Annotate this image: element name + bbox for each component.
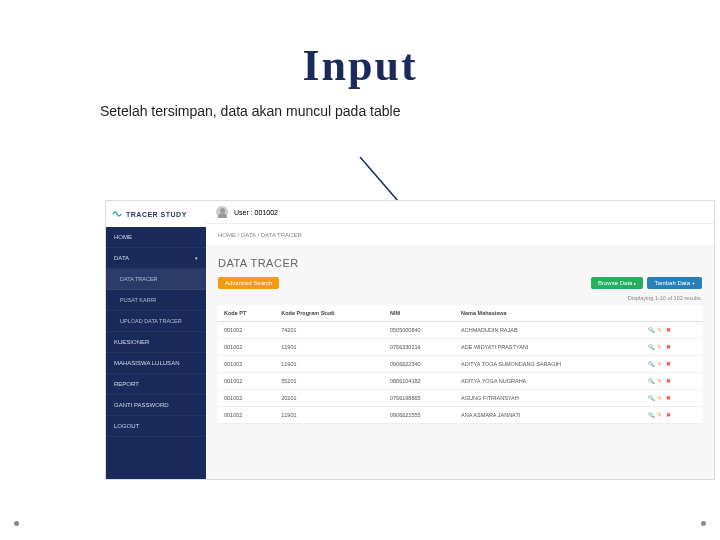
table-header: NIM [384, 305, 455, 322]
view-icon[interactable]: 🔍 [648, 412, 654, 418]
sidebar-item-home[interactable]: HOME [106, 227, 206, 248]
table-header: Kode PT [218, 305, 275, 322]
logo-icon [112, 209, 122, 219]
sidebar: TRACER STUDY HOMEDATA▾DATA TRACERPUSAT K… [106, 201, 206, 479]
slide-dot-icon [701, 521, 706, 526]
slide-dot-icon [14, 521, 19, 526]
table-cell: 0706198865 [384, 390, 455, 407]
sidebar-logo: TRACER STUDY [106, 201, 206, 227]
app-screenshot: TRACER STUDY HOMEDATA▾DATA TRACERPUSAT K… [105, 200, 715, 480]
table-cell: 55201 [275, 373, 384, 390]
sidebar-item-ganti-password[interactable]: GANTI PASSWORD [106, 395, 206, 416]
delete-icon[interactable]: ✖ [666, 344, 672, 350]
content-panel: DATA TRACER Advanced Search Browse Data … [206, 247, 714, 479]
view-icon[interactable]: 🔍 [648, 395, 654, 401]
sidebar-item-logout[interactable]: LOGOUT [106, 416, 206, 437]
table-row: 001002119010706330216ADE WIDYATI PRASTYA… [218, 339, 702, 356]
table-cell: 0505000840 [384, 322, 455, 339]
slide-subtitle: Setelah tersimpan, data akan muncul pada… [100, 103, 720, 119]
table-cell: 001002 [218, 339, 275, 356]
edit-icon[interactable]: ✎ [657, 344, 663, 350]
sidebar-item-data[interactable]: DATA▾ [106, 248, 206, 269]
slide-title: Input [0, 40, 720, 91]
edit-icon[interactable]: ✎ [657, 412, 663, 418]
sidebar-item-report[interactable]: REPORT [106, 374, 206, 395]
breadcrumb: HOME / DATA / DATA TRACER [206, 224, 714, 247]
edit-icon[interactable]: ✎ [657, 395, 663, 401]
table-cell: AGUNG FITRIANSYAH [455, 390, 642, 407]
table-cell: 001002 [218, 373, 275, 390]
view-icon[interactable]: 🔍 [648, 327, 654, 333]
page-heading: DATA TRACER [218, 257, 702, 269]
sidebar-item-data-tracer[interactable]: DATA TRACER [106, 269, 206, 290]
table-cell: ADE WIDYATI PRASTYANI [455, 339, 642, 356]
table-cell: ADITYA TOGA SUMONDANG SARAGIH [455, 356, 642, 373]
table-cell: ACHMADUDIN RAJAB [455, 322, 642, 339]
row-actions: 🔍✎✖ [642, 373, 702, 390]
row-actions: 🔍✎✖ [642, 390, 702, 407]
edit-icon[interactable]: ✎ [657, 361, 663, 367]
topbar: User : 001002 [206, 201, 714, 224]
table-cell: ADITYA YOGA NUGRAHA [455, 373, 642, 390]
table-cell: 001002 [218, 407, 275, 424]
edit-icon[interactable]: ✎ [657, 378, 663, 384]
user-avatar-icon [216, 206, 228, 218]
table-row: 001002552010806104182ADITYA YOGA NUGRAHA… [218, 373, 702, 390]
delete-icon[interactable]: ✖ [666, 378, 672, 384]
sidebar-item-kuesioner[interactable]: KUESIONER [106, 332, 206, 353]
browse-data-button[interactable]: Browse Data [591, 277, 643, 289]
view-icon[interactable]: 🔍 [648, 378, 654, 384]
caret-icon [634, 280, 636, 286]
main-area: User : 001002 HOME / DATA / DATA TRACER … [206, 201, 714, 479]
result-count: Displaying 1-10 of 102 results. [218, 295, 702, 301]
chevron-down-icon: ▾ [195, 255, 198, 261]
view-icon[interactable]: 🔍 [648, 361, 654, 367]
table-cell: 0806104182 [384, 373, 455, 390]
table-cell: 11901 [275, 407, 384, 424]
delete-icon[interactable]: ✖ [666, 327, 672, 333]
table-cell: 001002 [218, 356, 275, 373]
edit-icon[interactable]: ✎ [657, 327, 663, 333]
sidebar-item-mahasiswa-lulusan[interactable]: MAHASISWA LULUSAN [106, 353, 206, 374]
table-cell: 11901 [275, 356, 384, 373]
table-row: 001002119010906622555ANA ASMARA JANNATI🔍… [218, 407, 702, 424]
delete-icon[interactable]: ✖ [666, 395, 672, 401]
row-actions: 🔍✎✖ [642, 322, 702, 339]
delete-icon[interactable]: ✖ [666, 361, 672, 367]
table-cell: ANA ASMARA JANNATI [455, 407, 642, 424]
logo-text: TRACER STUDY [126, 211, 187, 218]
delete-icon[interactable]: ✖ [666, 412, 672, 418]
view-icon[interactable]: 🔍 [648, 344, 654, 350]
row-actions: 🔍✎✖ [642, 339, 702, 356]
tambah-data-button[interactable]: Tambah Data [647, 277, 702, 289]
row-actions: 🔍✎✖ [642, 407, 702, 424]
table-header [642, 305, 702, 322]
table-cell: 0906622555 [384, 407, 455, 424]
table-cell: 0706330216 [384, 339, 455, 356]
sidebar-item-upload-data-tracer[interactable]: UPLOAD DATA TRACER [106, 311, 206, 332]
table-cell: 74201 [275, 322, 384, 339]
table-cell: 11901 [275, 339, 384, 356]
table-row: 001002119010906622340ADITYA TOGA SUMONDA… [218, 356, 702, 373]
table-cell: 001002 [218, 322, 275, 339]
table-cell: 20201 [275, 390, 384, 407]
sidebar-item-pusat-karir[interactable]: PUSAT KARIR [106, 290, 206, 311]
table-row: 001002202010706198865AGUNG FITRIANSYAH🔍✎… [218, 390, 702, 407]
table-header: Kode Program Studi [275, 305, 384, 322]
table-row: 001002742010505000840ACHMADUDIN RAJAB🔍✎✖ [218, 322, 702, 339]
table-header: Nama Mahasiswa [455, 305, 642, 322]
table-cell: 001002 [218, 390, 275, 407]
plus-icon [692, 280, 695, 286]
row-actions: 🔍✎✖ [642, 356, 702, 373]
user-label: User : 001002 [234, 209, 278, 216]
data-table: Kode PTKode Program StudiNIMNama Mahasis… [218, 305, 702, 424]
advanced-search-button[interactable]: Advanced Search [218, 277, 279, 289]
table-cell: 0906622340 [384, 356, 455, 373]
